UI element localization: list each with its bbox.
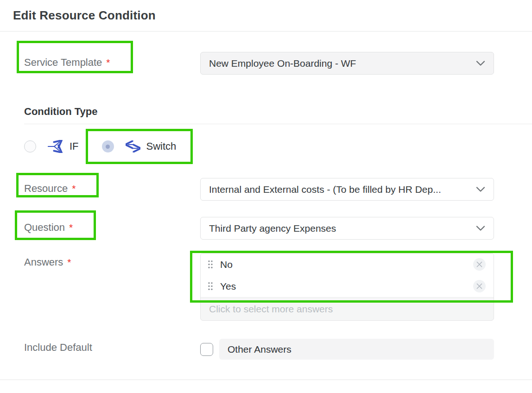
close-icon	[476, 283, 482, 289]
answers-multiselect: No	[200, 253, 494, 321]
if-radio[interactable]	[24, 140, 36, 152]
bottom-divider	[0, 380, 532, 380]
question-label-wrap: Question*	[24, 217, 200, 234]
resource-label-wrap: Resource*	[24, 178, 200, 195]
resource-value: Internal and External costs - (To be fil…	[209, 184, 441, 195]
switch-radio[interactable]	[102, 140, 114, 152]
question-value: Third Party agency Expenses	[209, 223, 336, 234]
condition-type-heading: Condition Type	[24, 106, 494, 118]
include-default-label-wrap: Include Default	[24, 339, 200, 354]
chevron-down-icon	[476, 225, 485, 231]
service-template-select[interactable]: New Employee On-Boarding - WF	[200, 52, 494, 75]
answer-item-no[interactable]: No	[201, 254, 494, 275]
condition-type-options: IF Switch	[24, 136, 494, 157]
answer-item-yes[interactable]: Yes	[201, 275, 494, 297]
required-asterisk: *	[106, 57, 110, 68]
include-default-checkbox[interactable]	[200, 343, 213, 356]
service-template-value: New Employee On-Boarding - WF	[209, 58, 356, 69]
include-default-label: Include Default	[24, 342, 92, 353]
required-asterisk: *	[67, 257, 71, 267]
other-answers-field: Other Answers	[219, 339, 494, 360]
answer-text: No	[220, 259, 233, 270]
question-select[interactable]: Third Party agency Expenses	[200, 217, 494, 240]
answers-add-placeholder[interactable]: Click to select more answers	[201, 297, 494, 320]
service-template-label: Service Template	[24, 57, 102, 68]
include-default-row: Include Default Other Answers	[24, 339, 494, 360]
close-icon	[476, 261, 482, 267]
switch-option-label: Switch	[146, 140, 177, 152]
required-asterisk: *	[72, 183, 76, 194]
dialog-header: Edit Resource Condition	[0, 0, 532, 32]
service-template-row: Service Template* New Employee On-Boardi…	[24, 52, 494, 75]
question-row: Question* Third Party agency Expenses	[24, 217, 494, 240]
if-option-label: IF	[70, 140, 79, 152]
form-content: Service Template* New Employee On-Boardi…	[0, 52, 532, 380]
branch-split-icon	[48, 140, 63, 153]
swap-arrows-icon	[126, 140, 140, 152]
drag-handle-icon[interactable]	[208, 282, 213, 291]
answers-selected-list: No	[201, 254, 494, 297]
answers-label: Answers	[24, 256, 63, 268]
required-asterisk: *	[69, 222, 73, 233]
page-title: Edit Resource Condition	[13, 8, 156, 23]
edit-resource-condition-dialog: Edit Resource Condition Service Template…	[0, 0, 532, 393]
resource-row: Resource* Internal and External costs - …	[24, 178, 494, 201]
remove-answer-button[interactable]	[473, 280, 486, 292]
answer-text: Yes	[220, 281, 236, 292]
condition-option-if[interactable]: IF	[24, 140, 79, 153]
resource-select[interactable]: Internal and External costs - (To be fil…	[200, 178, 494, 201]
chevron-down-icon	[476, 60, 485, 66]
answers-row: Answers* No	[24, 253, 494, 321]
condition-option-switch[interactable]: Switch	[102, 140, 177, 152]
section-divider	[24, 124, 532, 124]
remove-answer-button[interactable]	[473, 258, 486, 271]
resource-label: Resource	[24, 183, 68, 194]
drag-handle-icon[interactable]	[208, 260, 213, 269]
answers-label-wrap: Answers*	[24, 253, 200, 268]
chevron-down-icon	[476, 186, 485, 192]
question-label: Question	[24, 222, 65, 233]
service-template-label-wrap: Service Template*	[24, 52, 200, 69]
